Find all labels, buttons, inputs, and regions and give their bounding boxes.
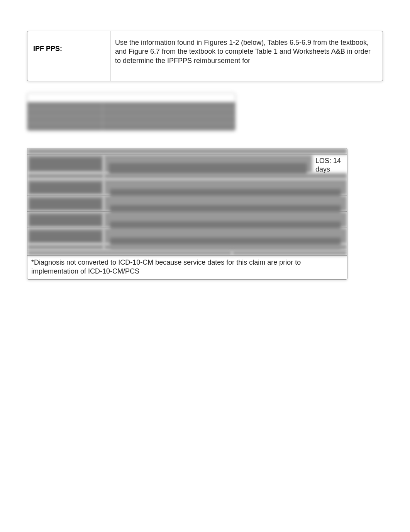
blurred-cell bbox=[27, 250, 232, 255]
blurred-cell bbox=[104, 244, 347, 250]
blurred-row bbox=[27, 102, 235, 109]
blurred-cell bbox=[103, 123, 235, 130]
blurred-cell bbox=[104, 173, 347, 179]
blurred-cell bbox=[104, 179, 347, 195]
ipf-pps-table: IPF PPS: Use the information found in Fi… bbox=[27, 31, 383, 81]
blurred-cell bbox=[232, 250, 347, 255]
blurred-cell bbox=[27, 173, 104, 179]
blurred-row bbox=[27, 123, 235, 130]
blurred-cell bbox=[27, 212, 104, 228]
blurred-cell bbox=[27, 244, 104, 250]
claim-footer-row: *Diagnosis not converted to ICD-10-CM be… bbox=[27, 256, 347, 279]
ipf-pps-label: IPF PPS: bbox=[33, 45, 62, 53]
blurred-cell bbox=[103, 102, 235, 109]
blurred-cell bbox=[27, 195, 104, 211]
claim-row bbox=[27, 244, 347, 250]
blurred-cell bbox=[27, 123, 103, 130]
blurred-cell bbox=[27, 179, 104, 195]
claim-row bbox=[27, 173, 347, 179]
blurred-header bbox=[27, 93, 235, 102]
claim-los-row: LOS: 14 days bbox=[27, 155, 347, 173]
blurred-cell bbox=[103, 109, 235, 116]
blurred-row bbox=[27, 109, 235, 116]
blurred-cell bbox=[27, 148, 347, 154]
claim-row bbox=[27, 179, 347, 195]
claim-header-row bbox=[27, 148, 347, 155]
blurred-cell bbox=[27, 155, 104, 173]
blurred-info-table bbox=[27, 93, 235, 131]
claim-row bbox=[27, 250, 347, 256]
blurred-cell bbox=[27, 109, 103, 116]
blurred-cell bbox=[103, 116, 235, 123]
claim-table: LOS: 14 days *Diagnosis not converted to… bbox=[27, 148, 347, 280]
blurred-cell bbox=[104, 212, 347, 228]
blurred-cell bbox=[104, 195, 347, 211]
diagnosis-note: *Diagnosis not converted to ICD-10-CM be… bbox=[27, 256, 347, 279]
blurred-cell bbox=[27, 102, 103, 109]
blurred-cell bbox=[104, 228, 347, 244]
blurred-row bbox=[27, 116, 235, 123]
ipf-pps-label-cell: IPF PPS: bbox=[27, 31, 110, 81]
claim-row bbox=[27, 195, 347, 212]
blurred-cell bbox=[27, 228, 104, 244]
los-cell: LOS: 14 days bbox=[312, 155, 347, 173]
claim-row bbox=[27, 212, 347, 228]
claim-row bbox=[27, 228, 347, 244]
blurred-cell bbox=[104, 155, 312, 173]
blurred-cell bbox=[27, 116, 103, 123]
ipf-pps-description: Use the information found in Figures 1-2… bbox=[110, 31, 383, 81]
